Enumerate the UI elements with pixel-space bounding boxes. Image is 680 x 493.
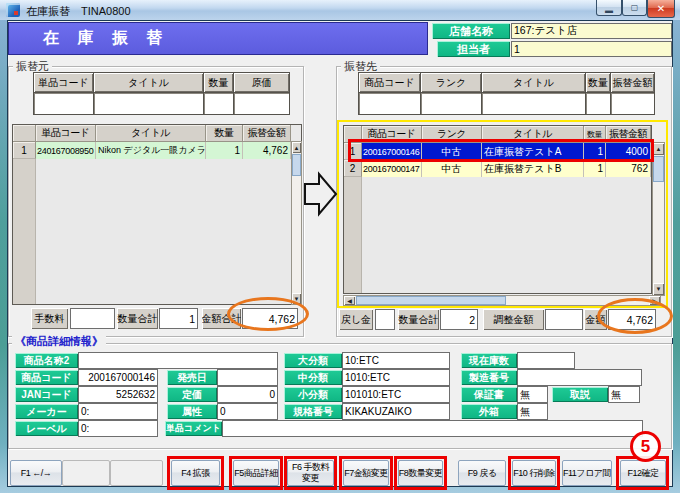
f9-button[interactable]: F9 戻る: [458, 460, 506, 486]
col-header: 数量: [204, 73, 234, 92]
col-header: 商品コード: [359, 73, 421, 92]
label-field[interactable]: 0:: [78, 420, 158, 437]
cell-code[interactable]: 200167000147: [362, 160, 422, 177]
cat1-field[interactable]: 10:ETC: [342, 352, 450, 369]
serial-field[interactable]: [517, 369, 642, 386]
dest-grid-vscrollbar[interactable]: ▲ ▼: [652, 142, 665, 296]
source-grid-row[interactable]: 1 240167008950 Nikon デジタル一眼カメラ .. 1 4,76…: [13, 142, 301, 159]
col-header: 振替金額: [611, 73, 654, 92]
code-label: 商品コード: [15, 370, 78, 385]
scroll-down-icon[interactable]: ▼: [653, 283, 664, 295]
f3-button-empty: [110, 460, 163, 486]
release-field[interactable]: [217, 369, 278, 386]
comment-field[interactable]: [222, 420, 643, 437]
dest-entry-row[interactable]: [358, 92, 655, 115]
box-field[interactable]: 無: [517, 403, 548, 420]
source-entry-row[interactable]: [33, 92, 290, 115]
entry-cell[interactable]: [586, 93, 611, 114]
source-grid-header: 単品コード タイトル 数量 振替金額: [13, 125, 301, 142]
scroll-thumb[interactable]: [292, 154, 301, 176]
jan-label: JANコード: [15, 387, 78, 402]
maximize-button[interactable]: ▢: [622, 0, 647, 16]
stock-label: 現在庫数: [461, 353, 517, 368]
entry-cell[interactable]: [34, 93, 94, 114]
price-field[interactable]: 0: [217, 386, 278, 403]
cell-amount[interactable]: 4,762: [243, 142, 291, 159]
name2-label: 商品名称2: [15, 353, 78, 368]
col-header: ランク: [421, 73, 482, 92]
f2-button-empty: [62, 460, 110, 486]
window-title: 在庫振替 TINA0800: [26, 4, 131, 19]
refund-field[interactable]: [375, 309, 395, 330]
manual-label: 取説: [552, 387, 608, 402]
stock-field[interactable]: [517, 352, 575, 369]
scroll-left-icon[interactable]: ◀: [344, 296, 355, 305]
maker-field[interactable]: 0:: [78, 403, 158, 420]
source-qty-total-label: 数量合計: [117, 308, 158, 329]
col-header: 単品コード: [36, 125, 96, 142]
dest-qty-total-label: 数量合計: [398, 309, 439, 330]
code-field[interactable]: 200167000146: [78, 369, 158, 386]
close-button[interactable]: ✕: [647, 0, 675, 18]
staff-field[interactable]: 1: [511, 41, 672, 57]
cell-title[interactable]: Nikon デジタル一眼カメラ ..: [96, 142, 206, 159]
comment-label: 単品コメント: [165, 421, 222, 436]
maximize-icon: ▢: [631, 3, 639, 12]
annotation-source-amount-ellipse: [227, 297, 309, 331]
page-title: 在 庫 振 替: [8, 22, 428, 55]
store-name-label: 店舗名称: [432, 23, 510, 39]
col-header: 振替金額: [243, 125, 291, 142]
scroll-thumb[interactable]: [356, 296, 506, 305]
title-bar: 在庫振替 TINA0800: [0, 0, 680, 20]
cell-amount[interactable]: 762: [606, 160, 651, 177]
entry-cell[interactable]: [204, 93, 234, 114]
fee-label: 手数料: [31, 308, 68, 329]
cat3-label: 小分類: [284, 387, 342, 402]
manual-field[interactable]: 無: [608, 386, 640, 403]
col-header: 数量: [586, 73, 611, 92]
entry-cell[interactable]: [234, 93, 289, 114]
scroll-up-icon[interactable]: ▲: [292, 142, 301, 153]
scroll-thumb[interactable]: [653, 156, 664, 182]
close-icon: ✕: [657, 3, 665, 14]
dest-entry-header: 商品コード ランク タイトル 数量 振替金額: [358, 72, 655, 92]
adjust-field[interactable]: [545, 309, 583, 330]
col-header: 単品コード: [34, 73, 94, 92]
f1-button[interactable]: F1 ←/→: [10, 460, 62, 486]
jan-field[interactable]: 5252632: [78, 386, 158, 403]
name2-field[interactable]: [78, 352, 278, 369]
cell-code[interactable]: 240167008950: [36, 142, 96, 159]
spec-field[interactable]: KIKAKUZAIKO: [342, 403, 450, 420]
attr-field[interactable]: 0: [217, 403, 278, 420]
warranty-field[interactable]: 無: [517, 386, 548, 403]
f11-button[interactable]: F11フロア間: [562, 460, 612, 486]
minimize-button[interactable]: ▬: [596, 0, 622, 16]
cat2-field[interactable]: 1010:ETC: [342, 369, 450, 386]
warranty-label: 保証書: [461, 387, 517, 402]
entry-cell[interactable]: [359, 93, 421, 114]
cell-rank[interactable]: 中古: [422, 160, 482, 177]
col-header: タイトル: [482, 73, 586, 92]
cell-title[interactable]: 在庫振替テストB: [482, 160, 584, 177]
entry-cell[interactable]: [421, 93, 482, 114]
row-number: 2: [344, 160, 362, 177]
app-icon: [6, 3, 20, 17]
entry-cell[interactable]: [94, 93, 204, 114]
spec-label: 規格番号: [284, 404, 342, 419]
source-grid-scrollbar[interactable]: ▲ ▼: [291, 141, 302, 305]
entry-cell[interactable]: [482, 93, 586, 114]
scroll-up-icon[interactable]: ▲: [653, 143, 664, 155]
store-name-field[interactable]: 167:テスト店: [511, 23, 672, 39]
dest-grid-row[interactable]: 2 200167000147 中古 在庫振替テストB 1 762: [344, 160, 651, 177]
price-label: 定価: [167, 387, 217, 402]
entry-cell[interactable]: [611, 93, 654, 114]
cat3-field[interactable]: 101010:ETC: [342, 386, 450, 403]
cell-qty[interactable]: 1: [584, 160, 606, 177]
box-label: 外箱: [461, 404, 517, 419]
cell-qty[interactable]: 1: [206, 142, 243, 159]
fee-field[interactable]: [70, 308, 115, 329]
source-entry-header: 単品コード タイトル 数量 原価: [33, 72, 290, 92]
attr-label: 属性: [167, 404, 217, 419]
annotation-f6-box: [284, 456, 337, 490]
col-header: タイトル: [96, 125, 206, 142]
